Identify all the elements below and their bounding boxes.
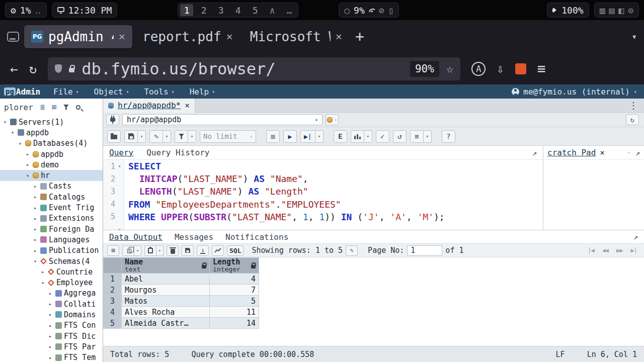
- edit-range-button[interactable]: ✎: [346, 245, 358, 256]
- account-icon[interactable]: A: [471, 62, 486, 76]
- tree-item-fts-tem[interactable]: ▸FTS Tem: [0, 352, 103, 362]
- workspace-button-1[interactable]: 1: [180, 4, 193, 16]
- select-all-corner[interactable]: [104, 258, 122, 274]
- explain-button[interactable]: E: [334, 130, 347, 143]
- workspace-button-2[interactable]: 2: [197, 4, 210, 16]
- chevron-down-icon[interactable]: ▾: [627, 150, 630, 155]
- system-tray[interactable]: ▥ ▤ ◧ ⊙: [594, 3, 639, 18]
- cell[interactable]: 11: [210, 307, 259, 318]
- back-button[interactable]: ←: [10, 61, 18, 76]
- tab-data-output[interactable]: Data Output: [109, 232, 163, 242]
- tree-item-demo[interactable]: ▸demo: [0, 159, 103, 170]
- browser-tab[interactable]: PGpgAdmin 4×: [24, 25, 132, 48]
- zoom-indicator[interactable]: 90%: [410, 61, 439, 77]
- paste-options-caret[interactable]: ▾: [156, 245, 164, 256]
- macros-button[interactable]: ≡: [410, 130, 424, 143]
- tree-expand-icon[interactable]: ▸: [32, 248, 38, 253]
- page-number-input[interactable]: [407, 245, 442, 256]
- workspace-button-5[interactable]: 5: [249, 4, 262, 16]
- row-number[interactable]: 4: [104, 307, 122, 318]
- execute-query-button[interactable]: ▶: [283, 130, 297, 143]
- tree-expand-icon[interactable]: ▸: [47, 312, 53, 317]
- cell[interactable]: 4: [210, 274, 259, 285]
- firefox-view-icon[interactable]: [7, 32, 19, 42]
- tab-close-icon[interactable]: ×: [185, 101, 190, 110]
- tree-item-fts-dic[interactable]: ▸FTS Dic: [0, 331, 103, 341]
- code-line[interactable]: 5WHERE UPPER(SUBSTR("LAST_NAME", 1, 1)) …: [103, 211, 543, 223]
- extension-icon[interactable]: [515, 63, 526, 74]
- tab-close-icon[interactable]: ×: [336, 30, 342, 43]
- tree-expand-icon[interactable]: ▸: [25, 151, 31, 157]
- row-number[interactable]: 2: [104, 285, 122, 296]
- tree-expand-icon[interactable]: ▸: [32, 205, 38, 211]
- column-header-length[interactable]: Lengthinteger: [210, 258, 259, 274]
- filter-button[interactable]: [175, 130, 188, 143]
- cell[interactable]: Almeida Castr…: [122, 318, 210, 329]
- code-line[interactable]: 4FROM "EmployeesDepartments"."EMPLOYEES": [103, 198, 543, 211]
- tree-item-foreign-da[interactable]: ▸Foreign Da: [0, 224, 103, 234]
- panel-kebab-icon[interactable]: ⋮: [629, 100, 644, 111]
- prev-page-button[interactable]: ◀◀: [602, 247, 608, 254]
- lock-icon[interactable]: [69, 68, 74, 72]
- rollback-button[interactable]: ↺: [393, 130, 407, 143]
- show-sql-button[interactable]: SQL: [227, 245, 244, 256]
- row-number[interactable]: 5: [104, 318, 122, 329]
- reset-layout-button[interactable]: ↻: [626, 114, 639, 125]
- tree-item-fts-par[interactable]: ▸FTS Par: [0, 341, 103, 352]
- connection-select[interactable]: hr/app@appdb ▾: [122, 114, 323, 125]
- tree-collapse-icon[interactable]: ▾: [25, 173, 31, 178]
- save-file-button[interactable]: [124, 130, 138, 143]
- cell[interactable]: 14: [210, 318, 259, 329]
- tree-expand-icon[interactable]: ▸: [47, 333, 53, 339]
- macros-caret[interactable]: ▾: [424, 130, 432, 143]
- layout-icon[interactable]: ∧: [266, 4, 279, 16]
- tree-item-languages[interactable]: ▸Languages: [0, 234, 103, 245]
- help-button[interactable]: ?: [442, 130, 455, 143]
- clock-widget[interactable]: 12:30 PM: [52, 3, 118, 18]
- save-options-caret[interactable]: ▾: [138, 130, 146, 143]
- cell[interactable]: 5: [210, 296, 259, 307]
- tab-close-icon[interactable]: ×: [119, 30, 125, 43]
- tree-collapse-icon[interactable]: ▾: [32, 258, 38, 264]
- reload-button[interactable]: ↻: [29, 61, 37, 76]
- sql-editor[interactable]: 1▾SELECT2 INITCAP("LAST_NAME") AS "Name"…: [103, 160, 543, 230]
- copy-button[interactable]: [122, 245, 134, 256]
- tree-item-aggrega[interactable]: ▸Aggrega: [0, 288, 103, 299]
- tree-item-databases-4-[interactable]: ▾Databases(4): [0, 138, 103, 149]
- tree-item-domains[interactable]: ▸Domains: [0, 309, 103, 320]
- tree-item-countrie[interactable]: ▸Countrie: [0, 266, 103, 277]
- menu-tools[interactable]: Tools▾: [144, 87, 174, 97]
- tree-expand-icon[interactable]: ▸: [47, 355, 53, 360]
- tree-item-schemas-4[interactable]: ▾Schemas(4: [0, 256, 103, 266]
- explain-analyze-button[interactable]: [351, 130, 364, 143]
- cell[interactable]: Abel: [122, 274, 210, 285]
- tree-expand-icon[interactable]: ▸: [32, 216, 38, 221]
- menu-file[interactable]: File▾: [53, 87, 79, 97]
- execute-options-caret[interactable]: ▾: [315, 130, 324, 143]
- user-menu[interactable]: me@fymio.us (internal) ▾: [512, 87, 640, 97]
- paste-button[interactable]: [144, 245, 156, 256]
- tree-collapse-icon[interactable]: ▾: [17, 141, 23, 146]
- search-icon[interactable]: [76, 105, 80, 110]
- workspace-more-icon[interactable]: …: [283, 4, 296, 16]
- delete-row-button[interactable]: [167, 245, 179, 256]
- tree-expand-icon[interactable]: ▸: [32, 226, 38, 232]
- workspace-button-4[interactable]: 4: [231, 4, 245, 16]
- tree-item-casts[interactable]: ▸Casts: [0, 181, 103, 192]
- tree-item-appdb[interactable]: ▾appdb: [0, 127, 103, 138]
- row-limit-select[interactable]: No limit ▾: [200, 130, 256, 143]
- save-page-icon[interactable]: ⇩: [497, 62, 504, 76]
- row-number[interactable]: 3: [104, 296, 122, 307]
- filter-options-caret[interactable]: ▾: [188, 130, 196, 143]
- menu-hamburger-icon[interactable]: ≡: [537, 60, 546, 77]
- tree-expand-icon[interactable]: ▸: [40, 269, 46, 275]
- tree-expand-icon[interactable]: ▸: [32, 194, 38, 200]
- pgadmin-logo[interactable]: pg Admin: [4, 87, 40, 97]
- connection-status-button[interactable]: [106, 114, 119, 125]
- list-all-tabs-icon[interactable]: ▾: [631, 31, 637, 42]
- tree-item-servers-1-[interactable]: ▾Servers(1): [0, 117, 103, 127]
- browser-tab[interactable]: report.pdf×: [135, 25, 240, 48]
- next-page-button[interactable]: ▶▶: [616, 247, 622, 254]
- expand-panel-icon[interactable]: ↗: [532, 148, 537, 157]
- code-line[interactable]: ▾: [103, 223, 543, 230]
